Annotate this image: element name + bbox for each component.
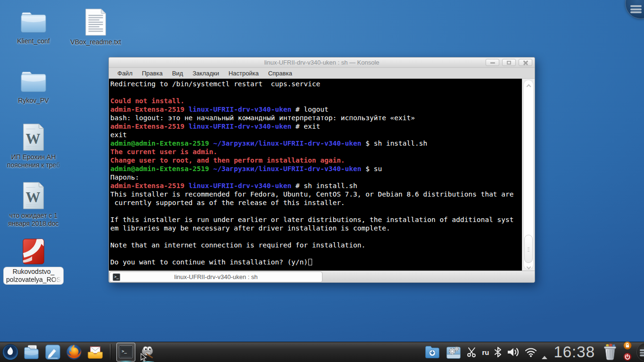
file-manager-launcher-icon[interactable]	[23, 343, 41, 361]
desktop-icon[interactable]: Rukovodstvo_polzovatelya_ROS	[4, 238, 63, 284]
desktop-icon[interactable]: VBox_readme.txt	[66, 8, 125, 46]
terminal-line	[110, 232, 522, 241]
desktop-toolbox-button[interactable]	[625, 0, 644, 19]
terminal-line: Пароль:	[110, 173, 522, 181]
svg-text:W: W	[26, 131, 41, 147]
tab-bar: >_ linux-UFRII-drv-v340-uken : sh	[109, 271, 535, 282]
terminal-line	[110, 249, 522, 258]
keyboard-layout-indicator[interactable]: ru	[482, 348, 489, 356]
menu-item[interactable]: Справка	[264, 69, 297, 78]
terminal-line: admin@admin-Extensa-2519 ~/Загрузки/linu…	[110, 165, 522, 173]
window-title: linux-UFRII-drv-v340-uken : sh — Konsole	[109, 59, 535, 66]
menu-item[interactable]: Файл	[113, 69, 137, 78]
terminal-line: em libraries may be necessary after driv…	[110, 224, 522, 232]
terminal-line: admin-Extensa-2519 linux-UFRII-drv-v340-…	[110, 181, 522, 190]
bluetooth-icon[interactable]	[493, 346, 503, 358]
scroll-down-arrow[interactable]	[522, 262, 535, 267]
expand-arrow-icon[interactable]	[542, 348, 547, 356]
text-editor-launcher-icon[interactable]	[44, 343, 62, 361]
minimize-button[interactable]	[486, 59, 499, 66]
terminal-line: admin-Extensa-2519 linux-UFRII-drv-v340-…	[110, 122, 522, 131]
terminal-cursor	[308, 259, 312, 265]
desktop-icon-label: Rykov_PV	[4, 97, 63, 105]
firefox-launcher-icon[interactable]	[65, 343, 83, 361]
menu-item[interactable]: Настройка	[224, 69, 264, 78]
terminal-line: Could not install.	[110, 97, 522, 105]
leave-button[interactable]	[623, 353, 632, 362]
taskbar: >_ ru16:38	[0, 342, 644, 362]
tab-label: linux-UFRII-drv-v340-uken : sh	[120, 273, 322, 280]
scroll-thumb[interactable]	[524, 235, 533, 263]
svg-text:W: W	[26, 189, 41, 206]
konsole-task-button[interactable]: >_	[116, 343, 135, 362]
terminal-line	[110, 88, 522, 97]
maximize-icon	[507, 61, 511, 65]
desktop-icon[interactable]: WИП Ерохин АНпояснения к треб	[4, 123, 63, 169]
volume-icon[interactable]	[507, 346, 520, 358]
scrollbar[interactable]	[522, 79, 535, 271]
desktop-icon-label: что ожидает с 1января 2018.doc	[4, 212, 63, 228]
menu-item[interactable]: Правка	[137, 69, 167, 78]
close-button[interactable]	[519, 59, 532, 66]
terminal-line: Do you want to continue with installatio…	[110, 258, 522, 266]
terminal-line	[110, 207, 522, 215]
trash-icon[interactable]	[601, 343, 619, 361]
clock[interactable]: 16:38	[553, 343, 595, 361]
terminal-tab[interactable]: >_ linux-UFRII-drv-v340-uken : sh	[109, 272, 322, 282]
clipboard-scissors-icon[interactable]	[466, 346, 478, 358]
software-updates-icon[interactable]	[445, 344, 462, 361]
terminal-output: Redirecting to /bin/systemctl restart cu…	[110, 80, 522, 271]
terminal-line: bash: logout: это не начальный командный…	[110, 114, 522, 122]
desktop-icon[interactable]: Rykov_PV	[4, 69, 63, 105]
terminal-line: Change user to root, and then perform in…	[110, 156, 522, 165]
window-titlebar[interactable]: linux-UFRII-drv-v340-uken : sh — Konsole	[109, 58, 535, 68]
toolbox-icon	[640, 349, 644, 357]
konsole-tab-icon: >_	[113, 273, 120, 281]
terminal-line: The current user is admin.	[110, 148, 522, 156]
terminal-line: admin@admin-Extensa-2519 ~/Загрузки/linu…	[110, 139, 522, 148]
terminal-line: currently supported as of the release of…	[110, 198, 522, 207]
mouse-cursor	[140, 353, 148, 362]
maximize-button[interactable]	[502, 59, 516, 66]
desktop-icon[interactable]: Klient_conf	[4, 9, 63, 45]
downloads-folder-icon[interactable]	[424, 344, 441, 361]
scroll-up-arrow[interactable]	[522, 82, 535, 86]
rosa-launcher-launcher-icon[interactable]	[1, 343, 19, 361]
desktop-icon[interactable]: Wчто ожидает с 1января 2018.doc	[4, 181, 63, 228]
lock-screen-button[interactable]	[623, 341, 632, 352]
menu-item[interactable]: Вид	[167, 69, 188, 78]
svg-text:>_: >_	[122, 349, 127, 354]
terminal-line: Redirecting to /bin/systemctl restart cu…	[110, 80, 522, 88]
menu-item[interactable]: Закладки	[188, 69, 223, 78]
menu-bar: ФайлПравкаВидЗакладкиНастройкаСправка	[109, 68, 535, 79]
terminal-line: admin-Extensa-2519 linux-UFRII-drv-v340-…	[110, 105, 522, 114]
panel-separator	[110, 344, 111, 360]
terminal-line: Note that an internet connection is requ…	[110, 241, 522, 249]
toolbox-icon	[630, 5, 642, 15]
terminal-line: exit	[110, 131, 522, 139]
terminal-line: If this installer is run under earlier o…	[110, 215, 522, 224]
mail-launcher-icon[interactable]	[86, 343, 104, 361]
minimize-icon	[490, 62, 495, 64]
konsole-window: linux-UFRII-drv-v340-uken : sh — Konsole…	[108, 57, 535, 283]
terminal-line: This installer is recommended for Fedora…	[110, 190, 522, 198]
desktop-icon-label: Rukovodstvo_polzovatelya_ROS	[4, 267, 63, 284]
wifi-icon[interactable]	[524, 346, 537, 358]
desktop-icon-label: ИП Ерохин АНпояснения к треб	[4, 153, 63, 169]
terminal-area[interactable]: Redirecting to /bin/systemctl restart cu…	[109, 79, 535, 271]
desktop-icon-label: Klient_conf	[4, 37, 63, 45]
desktop-icon-label: VBox_readme.txt	[66, 38, 125, 46]
